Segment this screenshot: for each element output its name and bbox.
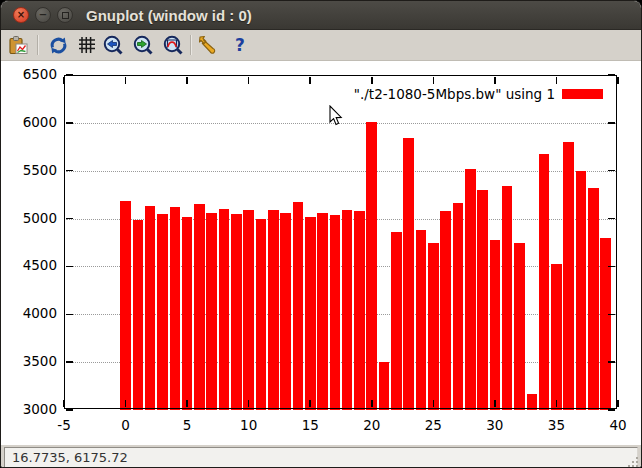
previous-zoom-button[interactable] — [102, 34, 124, 56]
autoscale-button[interactable] — [162, 34, 184, 56]
x-axis-tick-label: 35 — [539, 417, 573, 433]
x-tick — [125, 77, 127, 84]
minimize-button[interactable]: − — [35, 7, 51, 23]
x-tick — [309, 400, 311, 407]
bar — [330, 215, 341, 410]
bar — [256, 219, 267, 410]
maximize-button[interactable] — [57, 7, 73, 23]
bar — [527, 394, 538, 410]
maximize-icon — [62, 12, 69, 19]
plot-canvas[interactable]: "./t2-1080-5Mbps.bw" using 1 30003500400… — [1, 61, 641, 445]
y-tick — [608, 314, 615, 316]
resize-grip[interactable] — [626, 455, 638, 467]
y-axis-tick-label: 3500 — [1, 353, 57, 369]
y-axis-tick-label: 6500 — [1, 66, 57, 82]
x-tick — [248, 400, 250, 407]
x-tick — [186, 400, 188, 407]
bar — [416, 230, 427, 410]
bar — [243, 210, 254, 410]
bar — [317, 213, 328, 410]
bar — [366, 122, 377, 410]
bar — [354, 211, 365, 410]
bar — [268, 210, 279, 410]
x-axis-tick-label: -5 — [47, 417, 81, 433]
bar — [120, 201, 131, 410]
x-axis-tick-label: 30 — [478, 417, 512, 433]
y-axis-tick-label: 4500 — [1, 257, 57, 273]
legend-label: "./t2-1080-5Mbps.bw" using 1 — [354, 86, 555, 102]
gnuplot-window: × − Gnuplot (window id : 0) — [0, 0, 642, 468]
toolbar: ? — [1, 30, 641, 61]
bar — [551, 264, 562, 410]
y-axis-tick-label: 3000 — [1, 401, 57, 417]
x-tick — [556, 77, 558, 84]
x-tick — [186, 77, 188, 84]
x-tick — [433, 400, 435, 407]
next-zoom-button[interactable] — [132, 34, 154, 56]
y-tick — [66, 361, 73, 363]
x-tick — [63, 400, 65, 407]
y-tick — [608, 74, 615, 76]
bar — [588, 188, 599, 410]
coordinate-readout-field: 16.7735, 6175.72 — [4, 447, 638, 468]
x-tick — [309, 77, 311, 84]
x-tick — [371, 77, 373, 84]
copy-to-clipboard-button[interactable] — [7, 34, 29, 56]
x-axis-tick-label: 10 — [232, 417, 266, 433]
cursor-coordinates: 16.7735, 6175.72 — [5, 450, 128, 465]
bar — [379, 362, 390, 410]
bar — [428, 243, 439, 411]
chart-legend: "./t2-1080-5Mbps.bw" using 1 — [354, 86, 603, 102]
bar — [145, 206, 156, 410]
y-tick — [608, 266, 615, 268]
x-axis-tick-label: 40 — [601, 417, 635, 433]
y-tick — [66, 266, 73, 268]
refresh-icon — [48, 35, 69, 56]
x-axis-tick-label: 20 — [355, 417, 389, 433]
question-mark-icon: ? — [235, 35, 245, 55]
bar — [403, 138, 414, 410]
close-button[interactable]: × — [13, 7, 29, 23]
grid-line — [66, 123, 616, 124]
wrench-icon — [197, 34, 219, 56]
bar — [170, 207, 181, 410]
y-axis-tick-label: 6000 — [1, 114, 57, 130]
bar — [206, 213, 217, 410]
bar — [440, 211, 451, 410]
help-button[interactable]: ? — [229, 34, 251, 56]
legend-color-swatch — [562, 89, 603, 99]
toggle-grid-button[interactable] — [76, 34, 98, 56]
zoom-previous-icon — [103, 35, 124, 56]
bar — [502, 186, 513, 410]
bar — [293, 202, 304, 410]
statusbar: 16.7735, 6175.72 — [1, 445, 641, 468]
zoom-autoscale-icon — [163, 35, 184, 56]
y-tick — [608, 170, 615, 172]
options-button[interactable] — [197, 34, 219, 56]
bar — [231, 214, 242, 410]
grid-icon — [78, 36, 96, 54]
x-tick — [371, 400, 373, 407]
titlebar: × − Gnuplot (window id : 0) — [1, 1, 641, 30]
window-title: Gnuplot (window id : 0) — [86, 7, 252, 24]
y-tick — [66, 122, 73, 124]
x-tick — [494, 400, 496, 407]
x-tick — [617, 77, 619, 84]
bar — [453, 203, 464, 410]
x-tick — [617, 400, 619, 407]
y-tick — [608, 409, 615, 411]
replot-button[interactable] — [47, 34, 69, 56]
bar — [490, 240, 501, 410]
y-tick — [66, 314, 73, 316]
toolbar-separator — [37, 35, 39, 55]
y-tick — [66, 170, 73, 172]
x-tick — [63, 77, 65, 84]
y-tick — [66, 409, 73, 411]
copy-chart-icon — [8, 35, 29, 56]
y-tick — [608, 122, 615, 124]
x-axis-tick-label: 25 — [416, 417, 450, 433]
y-tick — [608, 361, 615, 363]
toolbar-separator — [190, 35, 192, 55]
bar — [305, 217, 316, 410]
y-tick — [608, 218, 615, 220]
